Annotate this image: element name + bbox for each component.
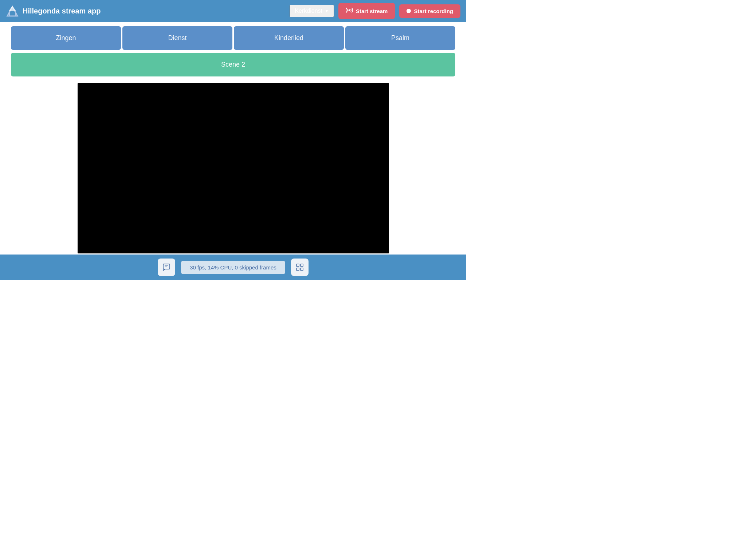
start-stream-button[interactable]: Start stream [338, 3, 395, 19]
start-recording-label: Start recording [414, 8, 453, 14]
scene-button-zingen[interactable]: Zingen [11, 26, 121, 50]
start-stream-label: Start stream [356, 8, 388, 14]
scene-button-psalm[interactable]: Psalm [345, 26, 455, 50]
svg-rect-5 [163, 264, 170, 269]
grid-icon [295, 263, 304, 272]
svg-rect-9 [301, 264, 303, 267]
chat-icon [162, 263, 171, 272]
app-logo-icon [6, 4, 19, 17]
kerkdienst-dropdown[interactable]: Kerkdienst ▼ [290, 5, 334, 17]
svg-rect-10 [297, 268, 299, 271]
svg-marker-3 [9, 6, 16, 11]
video-preview [78, 83, 389, 253]
active-scene-button[interactable]: Scene 2 [11, 53, 455, 76]
logo-container: Hillegonda stream app [6, 4, 101, 17]
start-recording-button[interactable]: Start recording [399, 4, 460, 18]
kerkdienst-label: Kerkdienst [295, 8, 322, 14]
record-dot-icon [407, 9, 411, 13]
main-content: Zingen Dienst Kinderlied Psalm Scene 2 [0, 22, 466, 258]
chevron-down-icon: ▼ [325, 8, 329, 13]
radio-wave-icon [346, 7, 353, 14]
chat-button[interactable] [158, 259, 175, 276]
scene-button-kinderlied[interactable]: Kinderlied [234, 26, 344, 50]
app-footer: 30 fps, 14% CPU, 0 skipped frames [0, 255, 466, 280]
app-title: Hillegonda stream app [23, 7, 101, 15]
grid-button[interactable] [291, 259, 309, 276]
svg-point-4 [348, 9, 350, 11]
svg-rect-8 [297, 264, 299, 267]
status-display: 30 fps, 14% CPU, 0 skipped frames [181, 261, 285, 274]
svg-rect-11 [301, 268, 303, 271]
scene-button-dienst[interactable]: Dienst [122, 26, 232, 50]
stream-icon [346, 7, 353, 15]
app-header: Hillegonda stream app Kerkdienst ▼ Start… [0, 0, 466, 22]
scene-buttons-row: Zingen Dienst Kinderlied Psalm [11, 26, 455, 50]
